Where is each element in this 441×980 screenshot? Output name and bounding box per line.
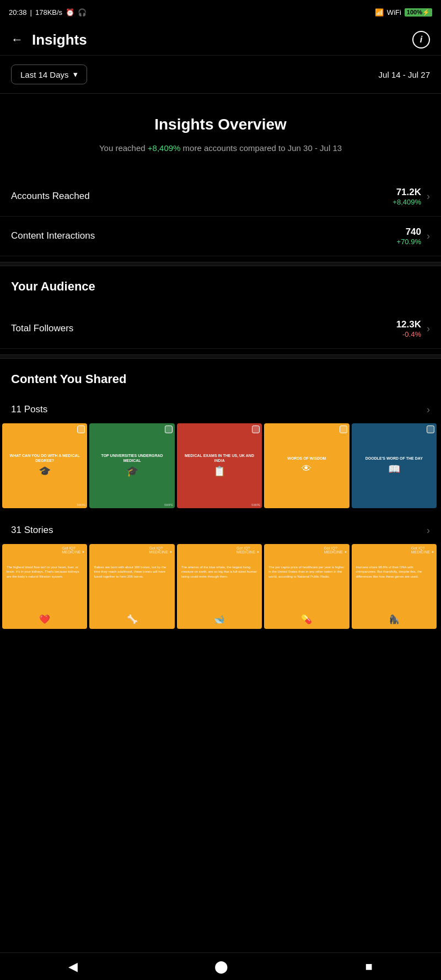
post-2-icon: 🎓 (126, 465, 138, 477)
period-filter-button[interactable]: Last 14 Days ▾ (11, 64, 87, 84)
nav-recents-button[interactable]: ■ (365, 960, 373, 974)
bottom-spacer (0, 638, 441, 671)
accounts-reached-label: Accounts Reached (11, 191, 90, 202)
header: ← Insights i (0, 24, 441, 56)
back-button[interactable]: ← (11, 33, 23, 47)
audience-section: Your Audience (0, 266, 441, 304)
checkbox-overlay-5 (427, 426, 434, 433)
post-4-icon: 👁 (302, 463, 311, 475)
stats-list: Accounts Reached 71.2K +8,409% › Content… (0, 171, 441, 262)
total-followers-row[interactable]: Total Followers 12.3K -0.4% › (0, 309, 441, 349)
info-button[interactable]: i (412, 31, 430, 49)
story-2-icon: 🦴 (127, 614, 138, 624)
status-speed: 178KB/s (35, 8, 62, 17)
post-5-title: DOODLE'S WORD OF THE DAY (365, 456, 423, 461)
post-1-icon: 🎓 (39, 465, 51, 477)
story-2-text: Babies are born with about 300 bones, bu… (94, 565, 170, 579)
post-thumb-2[interactable]: TOP UNIVERSITIES UNDERGRAD MEDICAL 🎓 SWI… (89, 423, 174, 508)
story-5-text: Humans share 98.8% of their DNA with chi… (356, 565, 432, 579)
post-3-icon: 📋 (213, 465, 225, 477)
total-followers-change: -0.4% (396, 330, 421, 338)
stories-count-label: 31 Stories (11, 525, 53, 536)
status-left: 20:38 | 178KB/s ⏰ 🎧 (9, 8, 87, 17)
posts-count-label: 11 Posts (11, 404, 47, 415)
status-right: 📶 WiFi 100%⚡ (375, 8, 432, 17)
post-thumb-1[interactable]: WHAT CAN YOU DO WITH A MEDICAL DEGREE? 🎓… (2, 423, 87, 508)
content-shared-title: Content You Shared (11, 372, 430, 386)
total-followers-label: Total Followers (11, 323, 73, 334)
checkbox-overlay-2 (165, 426, 173, 433)
chevron-right-icon-3: › (427, 323, 430, 335)
nav-bar: ◀ ⬤ ■ (0, 952, 441, 980)
accounts-reached-values: 71.2K +8,409% (392, 187, 421, 206)
page-title: Insights (32, 31, 87, 49)
accounts-reached-right: 71.2K +8,409% › (392, 187, 430, 206)
posts-row-header[interactable]: 11 Posts › (0, 396, 441, 423)
content-interactions-label: Content Interactions (11, 230, 95, 241)
headphone-icon: 🎧 (78, 8, 87, 17)
story-thumb-5[interactable]: Got IQ?MEDICINE ✦ Humans share 98.8% of … (352, 544, 437, 629)
story-5-logo: Got IQ?MEDICINE ✦ (411, 546, 434, 554)
battery-icon: 100%⚡ (405, 8, 432, 17)
total-followers-values: 12.3K -0.4% (396, 319, 421, 338)
story-3-logo: Got IQ?MEDICINE ✦ (236, 546, 260, 554)
story-thumb-4[interactable]: Got IQ?MEDICINE ✦ The per capita price o… (264, 544, 349, 629)
filter-bar: Last 14 Days ▾ Jul 14 - Jul 27 (0, 56, 441, 93)
date-range-label: Jul 14 - Jul 27 (379, 70, 430, 79)
wifi-icon: WiFi (387, 8, 401, 17)
post-thumb-4[interactable]: WORDS OF WISDOM 👁 (264, 423, 349, 508)
signal-icon: 📶 (375, 8, 384, 17)
section-separator-1 (0, 262, 441, 266)
subtitle-suffix: more accounts compared to Jun 30 - Jul 1… (180, 143, 342, 153)
story-1-icon: ❤️ (39, 614, 50, 624)
accounts-reached-number: 71.2K (392, 187, 421, 198)
content-interactions-number: 740 (397, 227, 421, 238)
story-thumb-2[interactable]: Got IQ?MEDICINE ✦ Babies are born with a… (89, 544, 174, 629)
story-thumb-1[interactable]: Got IQ?MEDICINE ✦ The highest blood flow… (2, 544, 87, 629)
audience-stats: Total Followers 12.3K -0.4% › (0, 304, 441, 354)
accounts-reached-change: +8,409% (392, 198, 421, 206)
section-separator-2 (0, 354, 441, 359)
story-1-text: The highest blood flow isn't in your hea… (7, 565, 83, 579)
content-interactions-change: +70.9% (397, 238, 421, 246)
chevron-down-icon: ▾ (73, 69, 78, 79)
content-shared-section: Content You Shared (0, 359, 441, 396)
status-time: 20:38 (9, 8, 27, 17)
nav-home-button[interactable]: ⬤ (214, 960, 228, 974)
story-thumb-3[interactable]: Got IQ?MEDICINE ✦ The arteries of the bl… (177, 544, 262, 629)
header-left: ← Insights (11, 31, 87, 49)
post-3-swipe: SWIPE (251, 503, 260, 507)
content-interactions-row[interactable]: Content Interactions 740 +70.9% › (0, 217, 441, 256)
content-interactions-values: 740 +70.9% (397, 227, 421, 246)
story-1-logo: Got IQ?MEDICINE ✦ (62, 546, 85, 554)
story-4-text: The per capita price of healthcare per y… (268, 565, 345, 579)
post-thumb-3[interactable]: MEDICAL EXAMS IN THE US, UK AND INDIA 📋 … (177, 423, 262, 508)
story-3-text: The arteries of the blue whale, the larg… (181, 565, 257, 579)
stories-image-grid: Got IQ?MEDICINE ✦ The highest blood flow… (0, 544, 441, 638)
post-5-icon: 📖 (388, 463, 400, 475)
nav-back-button[interactable]: ◀ (68, 960, 78, 974)
post-3-title: MEDICAL EXAMS IN THE US, UK AND INDIA (180, 454, 259, 463)
insights-overview-section: Insights Overview You reached +8,409% mo… (0, 94, 441, 171)
story-3-icon: 🐋 (214, 614, 225, 624)
chevron-right-icon: › (427, 191, 430, 202)
chevron-right-icon-2: › (427, 230, 430, 242)
post-4-title: WORDS OF WISDOM (287, 456, 326, 461)
story-5-icon: 🦍 (389, 614, 400, 624)
checkbox-overlay-3 (252, 426, 260, 433)
post-thumb-5[interactable]: DOODLE'S WORD OF THE DAY 📖 (352, 423, 437, 508)
overview-title: Insights Overview (11, 116, 430, 133)
status-network: | (30, 8, 32, 17)
subtitle-prefix: You reached (99, 143, 148, 153)
audience-title: Your Audience (11, 279, 430, 294)
story-4-icon: 💊 (301, 614, 312, 624)
accounts-reached-row[interactable]: Accounts Reached 71.2K +8,409% › (0, 177, 441, 217)
stories-row-header[interactable]: 31 Stories › (0, 517, 441, 544)
alarm-icon: ⏰ (66, 8, 74, 17)
stories-chevron-icon: › (427, 525, 430, 536)
posts-chevron-icon: › (427, 404, 430, 416)
post-2-swipe: SWIPE (164, 503, 173, 507)
post-1-title: WHAT CAN YOU DO WITH A MEDICAL DEGREE? (6, 454, 84, 463)
story-4-logo: Got IQ?MEDICINE ✦ (324, 546, 347, 554)
posts-image-grid: WHAT CAN YOU DO WITH A MEDICAL DEGREE? 🎓… (0, 423, 441, 517)
